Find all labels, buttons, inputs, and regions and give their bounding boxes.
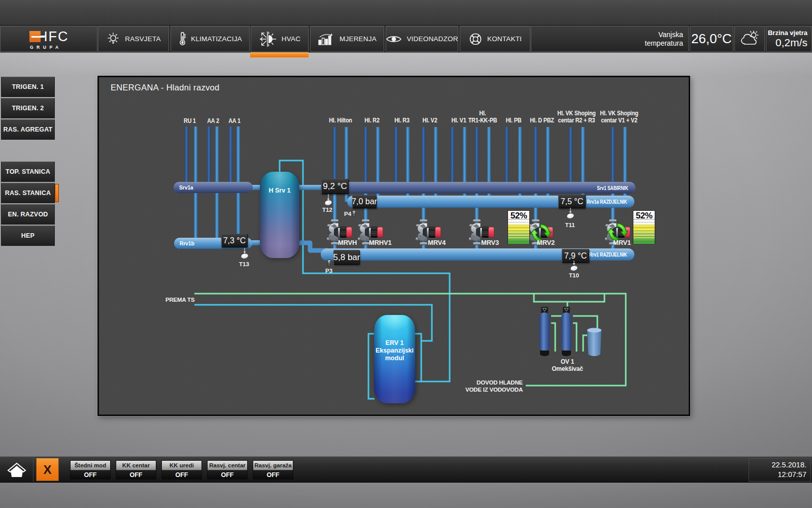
close-button[interactable]: X [36,458,59,481]
sidebar-item-ras-agregat[interactable]: RAS. AGREGAT [1,119,55,140]
toggle-label: KK uredi [162,461,201,470]
p3-sensor-icon [327,260,331,266]
t12-sensor-icon [323,194,335,207]
sensor-label-t10: T10 [569,272,579,278]
toggle-kk-uredi[interactable]: KK uredi OFF [161,460,202,480]
riser-label-v2: Hl. V2 [423,117,437,124]
toggle-rasvj-centar[interactable]: Rasvj. centar OFF [207,460,248,480]
nav-tab-mjerenja[interactable]: MJERENJA [310,26,384,52]
pump-label-mrvh: MRVH [338,239,357,246]
riser-pipe-dark [451,127,454,188]
toggle-kk-centar[interactable]: KK centar OFF [116,460,156,480]
nav-tab-label: RASVJETA [125,35,160,43]
toggle-label: Rasvj. garaža [253,461,293,470]
lifebuoy-icon [468,32,483,46]
home-button[interactable] [0,457,33,482]
riser-pipe-dark [364,127,367,188]
nav-tab-label: HVAC [282,35,300,43]
tank-erv-1: ERV 1 Ekspanzijski modul [374,315,415,403]
badge-razdjelnik-pressure: 5,8 bar [333,250,360,265]
sidebar-item-top-stanica[interactable]: TOP. STANICA [1,162,55,182]
wind-speed-value: 0,2m/s [775,37,807,49]
sidebar-item-en-razvod[interactable]: EN. RAZVOD [1,204,55,225]
toggle-state: OFF [162,470,201,479]
nav-tab-label: KONTAKTI [487,35,522,43]
nav-tab-label: VIDEONADZOR [407,35,458,43]
gauge-mrv1-load: 52% [633,210,655,244]
riser-pipe-dark [534,127,537,188]
wind-speed-label: Brzina vjetra [768,29,807,37]
riser-pipe-dark [505,127,509,188]
riser-label-aa2: AA 2 [207,117,219,124]
toggle-stedni-mod[interactable]: Štedni mod OFF [70,460,111,480]
pump-label-mrv3: MRV3 [481,239,499,246]
riser-label-v1: Hl. V1 [452,117,466,124]
eye-icon [386,34,402,44]
sidebar-item-trigen-2[interactable]: TRIGEN. 2 [1,98,55,118]
thermometer-icon [178,31,186,47]
toggle-state: OFF [208,470,247,479]
riser-label-vk-r2-r3: Hl. VK Shoping centar R2 + R3 [557,110,595,124]
pump-label-mrhv1: MRHV1 [369,239,392,246]
p4-sensor-icon [352,210,356,217]
riser-pipe-dark [569,127,572,188]
riser-label-r3: Hl. R3 [394,117,410,124]
lightbulb-icon [106,31,120,47]
pipe-aa1-supply [229,126,232,188]
toggle-rasvj-garaza[interactable]: Rasvj. garaža OFF [253,460,293,480]
softener-sublabel: Omekšivač [552,365,583,372]
close-button-label: X [43,463,51,477]
badge-supply-pressure: 7,0 bar [352,195,377,208]
hfc-logo: HFC GRUPA [0,26,97,52]
toggle-label: Štedni mod [71,461,110,470]
sidebar-item-hep[interactable]: HEP [1,226,55,246]
tank-label: H Srv 1 [260,187,299,195]
riser-label-d-pbz: Hl. D PBZ [530,117,554,124]
home-icon [5,458,28,481]
softener-ov1-graphic [538,304,609,365]
sensor-label-t12: T12 [322,207,332,213]
logo-sub: GRUPA [30,45,62,50]
nav-tab-rasvjeta[interactable]: RASVJETA [98,26,169,52]
cloud-sun-icon [739,30,760,48]
panel-title: ENERGANA - Hladni razvod [111,84,219,91]
sensor-label-p4: P4 [344,211,351,217]
riser-pipe-dark [475,127,479,188]
weather-panel [734,26,765,52]
sensor-label-t13: T13 [239,261,249,267]
header-pipe-label: Rrv1 RAZDJELNIK [589,251,627,258]
riser-pipe-dark [422,127,425,188]
snowflake-sun-icon [259,31,277,47]
outdoor-temperature-value: 26,0°C [690,26,733,52]
toggle-state: OFF [253,470,293,479]
date-value: 22.5.2018. [771,460,806,470]
sidebar-item-ras-stanica[interactable]: RAS. STANICA [1,183,55,203]
header-pipe-label: Srv1a [179,184,193,190]
toggle-label: Rasvj. centar [208,461,247,470]
sensor-label-t11: T11 [565,222,574,228]
riser-label-r2: Hl. R2 [364,117,380,124]
sidebar-item-trigen-1[interactable]: TRIGEN. 1 [1,77,55,97]
toggle-state: OFF [71,470,110,479]
pipe-aa2-supply [207,126,211,188]
gauge-value: 52% [508,211,529,220]
nav-tab-hvac[interactable]: HVAC [251,26,309,52]
outdoor-temperature-label: Vanjska temperatura [531,26,689,52]
gauge-value: 52% [633,211,655,220]
riser-label-vk-v1-v2: Hl. VK Shoping centar V1 + V2 [600,110,638,124]
riser-label-pb: Hl. PB [506,117,522,124]
riser-label-aa1: AA 1 [228,117,240,124]
nav-tab-klimatizacija[interactable]: KLIMATIZACIJA [171,26,250,52]
sidebar-active-indicator [55,184,59,202]
nav-tab-videonadzor[interactable]: VIDEONADZOR [386,26,458,52]
header-top-strip [0,0,812,25]
riser-label-tr1-kk-pb: Hl. TR1-KK-PB [468,110,497,124]
nav-tab-kontakti[interactable]: KONTAKTI [460,26,530,52]
toggle-label: KK centar [116,461,156,470]
tank-label: ERV 1 Ekspanzijski modul [374,339,415,362]
time-value: 12:07:57 [778,470,806,480]
riser-label-hilton: Hl. Hilton [329,117,352,124]
header-pipe-razdjelnik-a: Rrv1a RAZDJELNIK [347,196,634,208]
active-tab-indicator [250,52,309,57]
header-pipe-sabirnik: Srv1 SABIRNIK [321,182,635,194]
